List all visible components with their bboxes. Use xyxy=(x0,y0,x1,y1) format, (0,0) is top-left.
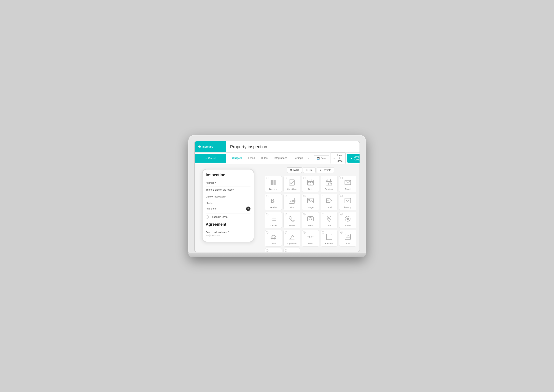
svg-rect-15 xyxy=(312,182,313,183)
svg-rect-6 xyxy=(275,180,276,185)
widget-barcode[interactable]: i xyxy=(265,175,282,192)
widget-subform[interactable]: i Subform xyxy=(321,230,338,246)
info-icon: i xyxy=(284,213,287,215)
info-icon: i xyxy=(322,195,324,197)
send-confirmation-field: Send confirmation to * me@mail.com xyxy=(206,229,250,238)
header-icon: B xyxy=(269,196,278,205)
info-icon: i xyxy=(266,249,268,252)
add-photo-text: Add photo xyxy=(206,207,217,210)
info-icon: i xyxy=(284,231,287,234)
widgets-panel: ⊞ Basic ✏ Pro ★ Favorite xyxy=(262,164,360,252)
widget-signature[interactable]: i Signature xyxy=(284,230,300,246)
widget-number[interactable]: i 1 2 3 Num xyxy=(265,212,282,228)
slider-icon xyxy=(306,232,315,241)
svg-rect-13 xyxy=(308,182,309,183)
textarea-icon xyxy=(269,251,278,252)
widget-tab-basic[interactable]: ⊞ Basic xyxy=(287,167,302,173)
widget-radio[interactable]: i Radio xyxy=(339,212,356,228)
header-label: Header xyxy=(270,206,277,209)
pin-icon xyxy=(325,214,334,223)
info-icon: i xyxy=(266,177,268,179)
widget-tab-pro[interactable]: ✏ Pro xyxy=(303,167,316,173)
navbar-left: ← Cancel xyxy=(195,154,226,163)
inspection-date-field: Date of inspection * xyxy=(206,193,250,200)
chevron-left-icon[interactable]: ‹ xyxy=(306,155,311,162)
brand-area: moreapp xyxy=(195,141,226,152)
info-icon: i xyxy=(341,231,343,234)
send-confirmation-label: Send confirmation to * xyxy=(206,231,229,234)
svg-text:B: B xyxy=(270,197,275,204)
tab-integrations[interactable]: Integrations xyxy=(271,154,290,162)
info-icon: i xyxy=(303,177,305,179)
slider-label: Slider xyxy=(308,242,313,245)
widget-html[interactable]: i 5 css Html xyxy=(284,194,300,210)
widget-tab-favorite[interactable]: ★ Favorite xyxy=(317,167,334,173)
brand-name: moreapp xyxy=(203,145,213,148)
date-icon xyxy=(306,178,315,187)
phone-label: Phone xyxy=(289,224,295,227)
radio-circle xyxy=(206,215,209,218)
lease-end-date-field: The end date of the lease * xyxy=(206,186,250,193)
topbar-content: Property inspection xyxy=(226,144,360,149)
lookup-label: Lookup xyxy=(344,206,351,209)
widget-date[interactable]: i xyxy=(302,175,319,192)
info-icon: i xyxy=(284,195,287,197)
email-icon xyxy=(343,178,352,187)
phone-mockup: Inspection Address * The end date of the… xyxy=(202,169,254,242)
widgets-grid: i xyxy=(265,175,356,252)
add-photo-row: Add photo + xyxy=(206,206,250,212)
photo-label: Photo xyxy=(308,224,313,227)
html-icon: 5 css xyxy=(288,196,296,205)
tab-widgets[interactable]: Widgets xyxy=(229,154,245,162)
svg-rect-5 xyxy=(274,180,275,185)
save-publish-button[interactable]: ☁ Save & Publish xyxy=(347,154,360,163)
time-icon xyxy=(288,251,296,252)
svg-rect-7 xyxy=(276,180,276,185)
photos-section: Photos Add photo + xyxy=(206,200,250,213)
preview-area: Inspection Address * The end date of the… xyxy=(195,164,262,252)
widget-label[interactable]: i Label xyxy=(321,194,338,210)
checkbox-icon xyxy=(288,178,296,187)
info-icon: i xyxy=(266,231,268,234)
lookup-icon xyxy=(343,196,352,205)
cancel-button[interactable]: ← Cancel xyxy=(205,157,216,160)
grid-icon: ⊞ xyxy=(290,169,292,171)
widget-time[interactable]: i Time xyxy=(284,248,300,252)
number-icon: 1 2 3 xyxy=(269,214,278,223)
svg-point-32 xyxy=(327,200,328,201)
widget-pin[interactable]: i Pin xyxy=(321,212,338,228)
widget-phone[interactable]: i Phone xyxy=(284,212,300,228)
widget-slider[interactable]: i Slider xyxy=(302,230,319,246)
svg-rect-4 xyxy=(274,180,274,185)
checkbox-label: Checkbox xyxy=(287,188,297,190)
tab-rules[interactable]: Rules xyxy=(258,154,270,162)
widget-image[interactable]: i Image xyxy=(302,194,319,210)
save-close-button[interactable]: ↩ Save & Close xyxy=(331,153,346,164)
add-photo-button[interactable]: + xyxy=(246,207,250,211)
svg-rect-16 xyxy=(308,184,309,184)
svg-rect-17 xyxy=(310,184,311,184)
widget-checkbox[interactable]: i Checkbox xyxy=(284,175,300,192)
widget-text[interactable]: i Text xyxy=(339,230,356,246)
widget-lookup[interactable]: i Lookup xyxy=(339,194,356,210)
widget-rdw[interactable]: i RDW xyxy=(265,230,282,246)
svg-point-52 xyxy=(309,236,312,238)
rdw-icon xyxy=(269,232,278,241)
cloud-icon: ☁ xyxy=(350,157,352,160)
tab-email[interactable]: Email xyxy=(246,154,258,162)
svg-point-42 xyxy=(328,217,330,218)
save-button[interactable]: 💾 Save xyxy=(314,155,329,161)
svg-rect-3 xyxy=(273,180,273,185)
widget-datetime[interactable]: i xyxy=(321,175,338,192)
label-icon xyxy=(325,196,334,205)
photos-label: Photos xyxy=(206,202,250,205)
widget-email[interactable]: i Email xyxy=(339,175,356,192)
tab-settings[interactable]: Settings xyxy=(291,154,306,162)
handed-keys-label: Handed in keys? xyxy=(210,216,228,218)
widget-textarea[interactable]: i Text Area xyxy=(265,248,282,252)
agreement-section: Agreement Send confirmation to * me@mail… xyxy=(206,222,250,238)
widget-photo[interactable]: i Photo xyxy=(302,212,319,228)
widget-header[interactable]: i B Header xyxy=(265,194,282,210)
photo-icon xyxy=(306,214,315,223)
svg-rect-30 xyxy=(307,198,313,203)
